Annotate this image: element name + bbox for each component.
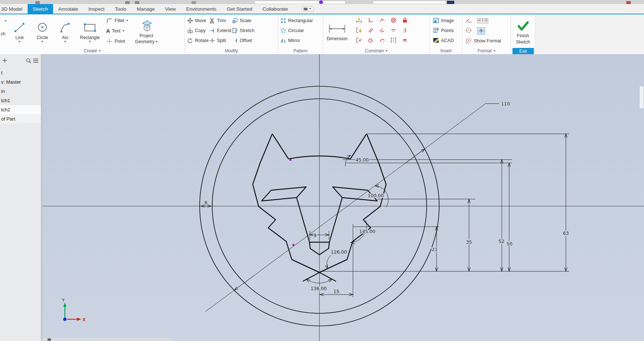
sketch-scene[interactable]: 21 35 52 50 63 110 6 [42,54,644,341]
dim-145[interactable]: 145.00 [359,229,375,234]
dim-9[interactable]: 9 [314,233,316,238]
search-input[interactable] [254,1,346,4]
browser-item[interactable]: t [0,68,41,77]
close-icon[interactable] [626,1,631,4]
exit-button[interactable]: Exit [512,48,534,54]
offset-button[interactable]: Offset [232,36,255,45]
dim-100[interactable]: 100.00 [368,193,384,198]
mirror-button[interactable]: Mirror [280,36,313,45]
dim-52[interactable]: 52 [498,239,504,244]
ribbon-display-icon[interactable] [301,7,314,11]
extend-button[interactable]: Extend [209,26,231,35]
chevron-down-icon[interactable] [122,30,125,32]
dim-110[interactable]: 110 [501,101,510,107]
auto-dimension-icon[interactable] [356,17,362,25]
centerpoint-format-icon[interactable] [477,27,485,35]
tab-view[interactable]: View [160,4,181,14]
dim-63[interactable]: 63 [563,230,569,236]
chevron-down-icon[interactable] [155,41,158,42]
dim-126[interactable]: 126.00 [331,249,347,255]
driven-dimension-icon[interactable]: H(X)H [477,18,488,23]
qat-icon[interactable] [125,1,130,4]
tab-environments[interactable]: Environments [181,4,222,14]
browser-item-view-master[interactable]: v: Master [0,77,41,87]
dim-21[interactable]: 21 [432,247,438,252]
arc-button[interactable]: Arc [54,20,77,42]
tab-tools[interactable]: Tools [110,4,132,14]
search-icon[interactable] [26,58,31,65]
pattern-panel-label[interactable]: Pattern [278,47,323,54]
browser-item-origin[interactable]: in [0,87,41,96]
perpendicular-constraint-icon[interactable] [368,17,374,25]
trim-button[interactable]: Trim [209,16,231,25]
insert-panel-label[interactable]: Insert [430,47,462,54]
add-icon[interactable] [2,58,7,65]
show-constraints-icon[interactable] [356,37,362,45]
insert-points-button[interactable]: Points [433,26,454,35]
menu-icon[interactable] [33,58,39,65]
finish-sketch-button[interactable]: Finish Sketch [511,18,535,45]
browser-item-sketch2[interactable]: tch2 [0,105,41,114]
insert-image-button[interactable]: Image [433,16,454,25]
vertical-constraint-icon[interactable] [402,27,408,35]
chevron-down-icon[interactable] [41,41,43,42]
scrollbar-remnant[interactable] [639,86,644,109]
avatar[interactable] [319,0,323,4]
rectangle-button[interactable]: Rectangle [77,20,103,42]
show-format-button[interactable]: Show Format [465,36,501,45]
dim-50[interactable]: 50 [507,241,512,247]
construction-format-icon[interactable] [465,18,472,24]
modify-panel-label[interactable]: Modify [185,47,278,54]
chevron-down-icon[interactable] [126,20,128,21]
coincident-constraint-icon[interactable] [379,17,385,25]
equal-constraint-icon[interactable] [402,37,408,45]
rotate-button[interactable]: Rotate [187,36,209,45]
smooth-constraint-icon[interactable] [379,37,385,45]
fillet-button[interactable]: Fillet [106,16,128,25]
text-button[interactable]: A Text [106,26,128,35]
circle-button[interactable]: Circle [31,20,54,42]
symmetric-constraint-icon[interactable] [391,37,396,45]
constrain-panel-label[interactable]: Constrain [323,47,430,54]
format-panel-label[interactable]: Format [462,47,511,54]
tangent-constraint-icon[interactable] [379,27,385,35]
chevron-down-icon[interactable] [18,41,21,42]
dim-15[interactable]: 15 [333,289,339,294]
dim-45[interactable]: 45.00 [356,157,369,163]
concentric-constraint-icon[interactable] [391,17,396,25]
constraint-settings-icon[interactable] [356,27,362,35]
line-button[interactable]: Line [8,20,31,42]
dim-136[interactable]: 136.00 [311,286,327,291]
chevron-down-icon[interactable] [64,41,66,42]
project-geometry-button[interactable]: Project Geometry [131,18,161,44]
point-button[interactable]: Point [106,36,128,46]
tangent-circle-constraint-icon[interactable] [368,37,374,45]
qat-icon[interactable] [35,1,40,4]
tab-3d-model[interactable]: 3D Model [0,4,28,14]
rectangular-pattern-button[interactable]: Rectangular [280,16,313,25]
lock-constraint-icon[interactable] [402,17,408,25]
browser-item-end-of-part[interactable]: of Part [0,114,41,123]
tab-manage[interactable]: Manage [132,4,160,14]
copy-button[interactable]: Copy [187,26,209,35]
tab-annotate[interactable]: Annotate [53,4,83,14]
centerline-format-icon[interactable] [465,27,472,35]
parallel-constraint-icon[interactable] [368,27,374,35]
tab-inspect[interactable]: Inspect [83,4,110,14]
sketch-cut-button[interactable]: ch [0,20,8,42]
tab-collaborate[interactable]: Collaborate [258,4,293,14]
sketch-canvas[interactable]: 21 35 52 50 63 110 6 [42,54,644,341]
qat-icon[interactable] [135,1,139,4]
split-button[interactable]: Split [209,36,231,45]
move-button[interactable]: Move [187,16,209,25]
dim-6[interactable]: 6 [204,200,207,205]
dimension-button[interactable]: Dimension [323,21,351,41]
account-box[interactable] [373,1,446,4]
browser-item-sketch1[interactable]: tch1 [0,96,41,105]
chevron-down-icon[interactable] [89,41,91,42]
dim-35[interactable]: 35 [466,239,472,245]
stretch-button[interactable]: Stretch [232,26,255,35]
origin-point[interactable] [63,318,67,321]
circular-pattern-button[interactable]: Circular [280,26,313,35]
horizontal-constraint-icon[interactable] [391,27,396,35]
